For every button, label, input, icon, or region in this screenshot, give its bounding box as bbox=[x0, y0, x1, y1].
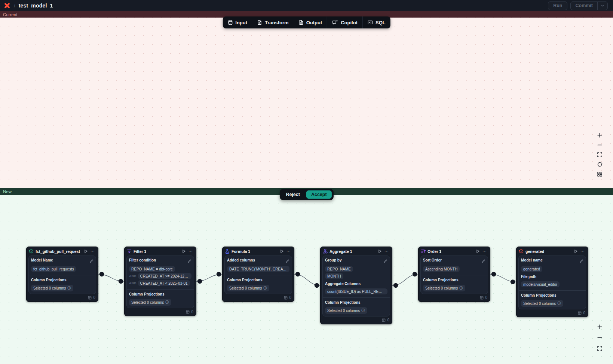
new-canvas[interactable]: Reject Accept fct_github_pull_requests ⋯… bbox=[0, 195, 613, 364]
file-icon bbox=[298, 20, 304, 25]
value-pill[interactable]: CREATED_AT >= 2024-12-01 bbox=[138, 273, 192, 279]
node-header[interactable]: Formula 1 ⋯ bbox=[223, 247, 294, 255]
breadcrumb-separator: / bbox=[14, 3, 15, 9]
zoom-out-icon[interactable] bbox=[597, 142, 603, 148]
node-menu-button[interactable]: ⋯ bbox=[580, 249, 586, 254]
refresh-icon[interactable] bbox=[597, 161, 603, 167]
toolbar-item-output[interactable]: Output bbox=[294, 16, 327, 28]
copilot-icon bbox=[332, 20, 338, 25]
run-node-button[interactable] bbox=[182, 249, 186, 253]
table-icon bbox=[480, 296, 484, 300]
value-pill[interactable]: Selected 0 columnsⓘ bbox=[227, 285, 269, 291]
node-menu-button[interactable]: ⋯ bbox=[482, 249, 488, 254]
value-pill[interactable]: REPO_NAME = dbt-core bbox=[129, 266, 175, 272]
value-pill[interactable]: Selected 0 columnsⓘ bbox=[31, 285, 73, 291]
node-aggregate-1[interactable]: Aggregate 1 ⋯ Group byREPO_NAMEMONTH Agg… bbox=[320, 247, 392, 324]
zoom-in-icon[interactable] bbox=[597, 324, 603, 330]
node-header[interactable]: fct_github_pull_requests ⋯ bbox=[27, 247, 98, 255]
model-icon bbox=[29, 249, 34, 254]
value-pill[interactable]: REPO_NAME bbox=[325, 266, 353, 272]
chevron-down-icon[interactable] bbox=[597, 2, 607, 10]
node-section: Column ProjectionsSelected 0 columnsⓘ bbox=[421, 275, 488, 291]
connection-port bbox=[295, 272, 300, 276]
node-fct_github_pull_requests[interactable]: fct_github_pull_requests ⋯ Model Namefct… bbox=[26, 247, 98, 302]
node-section: Column ProjectionsSelected 0 columnsⓘ bbox=[225, 275, 292, 291]
node-filter-1[interactable]: Filter 1 ⋯ Filter conditionREPO_NAME = d… bbox=[124, 247, 196, 316]
value-pill[interactable]: Selected 0 columnsⓘ bbox=[325, 307, 367, 314]
toolbar-item-transform[interactable]: Transform bbox=[252, 16, 294, 28]
node-menu-button[interactable]: ⋯ bbox=[286, 249, 292, 254]
run-node-button[interactable] bbox=[280, 249, 284, 253]
node-menu-button[interactable]: ⋯ bbox=[188, 249, 194, 254]
node-section: Model namegenerated bbox=[521, 258, 583, 272]
value-pill[interactable]: Selected 0 columnsⓘ bbox=[521, 300, 563, 307]
node-header[interactable]: Filter 1 ⋯ bbox=[125, 247, 196, 255]
value-pill[interactable]: Selected 0 columnsⓘ bbox=[423, 285, 465, 291]
node-menu-button[interactable]: ⋯ bbox=[90, 249, 96, 254]
node-header[interactable]: Order 1 ⋯ bbox=[419, 247, 490, 255]
section-label: Model Name bbox=[31, 258, 53, 262]
toolbar-item-label: Input bbox=[235, 20, 247, 25]
and-operator-label: AND bbox=[129, 274, 137, 278]
toolbar-item-copilot[interactable]: Copilot bbox=[327, 16, 362, 28]
node-section: Sort OrderAscending MONTH bbox=[423, 258, 485, 272]
value-pill[interactable]: Ascending MONTH bbox=[423, 266, 460, 272]
row-count-value: 0 bbox=[485, 296, 487, 300]
node-generated[interactable]: generated ⋯ Model namegenerated File pat… bbox=[516, 247, 588, 317]
accept-button[interactable]: Accept bbox=[306, 190, 332, 199]
info-icon: ⓘ bbox=[361, 308, 365, 313]
node-formula-1[interactable]: Formula 1 ⋯ Added columnsDATE_TRUNC('MON… bbox=[222, 247, 294, 302]
connection-port bbox=[197, 279, 202, 284]
zoom-in-icon[interactable] bbox=[597, 132, 603, 138]
node-row-count: 0 bbox=[419, 294, 490, 302]
connection-port bbox=[393, 283, 398, 288]
row-count-value: 0 bbox=[387, 318, 389, 322]
toolbar-item-input[interactable]: Input bbox=[223, 16, 252, 28]
edit-pencil-icon[interactable] bbox=[481, 258, 485, 265]
value-pill[interactable]: Selected 0 columnsⓘ bbox=[129, 299, 171, 306]
zoom-out-icon[interactable] bbox=[597, 334, 603, 340]
node-title: Order 1 bbox=[427, 249, 441, 254]
edit-pencil-icon[interactable] bbox=[285, 258, 289, 265]
grid-icon[interactable] bbox=[597, 171, 603, 177]
formula-icon bbox=[225, 249, 230, 254]
reject-button[interactable]: Reject bbox=[281, 190, 304, 199]
dbt-logo-icon bbox=[4, 2, 10, 9]
run-node-button[interactable] bbox=[574, 249, 578, 253]
node-order-1[interactable]: Order 1 ⋯ Sort OrderAscending MONTH Colu… bbox=[418, 247, 490, 302]
toolbar-item-sql[interactable]: SQL bbox=[363, 16, 390, 28]
value-pill[interactable]: fct_github_pull_requests bbox=[31, 266, 76, 272]
section-label: Added columns bbox=[227, 258, 255, 262]
value-pill[interactable]: CREATED_AT < 2025-03-01 bbox=[138, 280, 190, 286]
node-section: Column ProjectionsSelected 0 columnsⓘ bbox=[323, 297, 390, 314]
commit-button[interactable]: Commit bbox=[571, 3, 597, 8]
edit-pencil-icon[interactable] bbox=[187, 258, 191, 265]
edit-pencil-icon[interactable] bbox=[89, 258, 94, 265]
node-config-panel: Sort OrderAscending MONTH Column Project… bbox=[420, 256, 488, 294]
run-node-button[interactable] bbox=[476, 249, 480, 253]
section-label: Column Projections bbox=[521, 293, 556, 297]
node-header[interactable]: generated ⋯ bbox=[517, 247, 588, 255]
fit-view-icon[interactable] bbox=[597, 345, 603, 351]
value-pill[interactable]: DATE_TRUNC('MONTH', CREATED_AT_MONTH bbox=[227, 266, 289, 272]
run-node-button[interactable] bbox=[378, 249, 382, 253]
node-header[interactable]: Aggregate 1 ⋯ bbox=[321, 247, 392, 255]
value-pill[interactable]: generated bbox=[521, 266, 542, 272]
value-pill[interactable]: MONTH bbox=[325, 273, 343, 279]
run-button[interactable]: Run bbox=[548, 1, 567, 10]
node-section: Filter conditionREPO_NAME = dbt-coreANDC… bbox=[129, 258, 191, 286]
edit-pencil-icon[interactable] bbox=[383, 258, 387, 265]
section-label: Column Projections bbox=[31, 278, 66, 282]
edit-pencil-icon[interactable] bbox=[579, 258, 583, 265]
node-section: Added columnsDATE_TRUNC('MONTH', CREATED… bbox=[227, 258, 289, 272]
run-node-button[interactable] bbox=[84, 249, 88, 253]
node-section: Aggregate Columnscount(ISSUE_ID) as PULL… bbox=[325, 282, 387, 294]
node-menu-button[interactable]: ⋯ bbox=[384, 249, 390, 254]
commit-split-button[interactable]: Commit bbox=[570, 1, 608, 10]
fit-view-icon[interactable] bbox=[597, 152, 603, 157]
value-pill[interactable]: count(ISSUE_ID) as PULL_REQUEST_COUNT bbox=[325, 288, 387, 294]
value-pill[interactable]: models/visual_editor bbox=[521, 281, 560, 287]
node-section: Group byREPO_NAMEMONTH bbox=[325, 258, 387, 279]
current-canvas[interactable]: InputTransformOutputCopilotSQL bbox=[0, 18, 613, 188]
panel-icon bbox=[368, 20, 373, 25]
